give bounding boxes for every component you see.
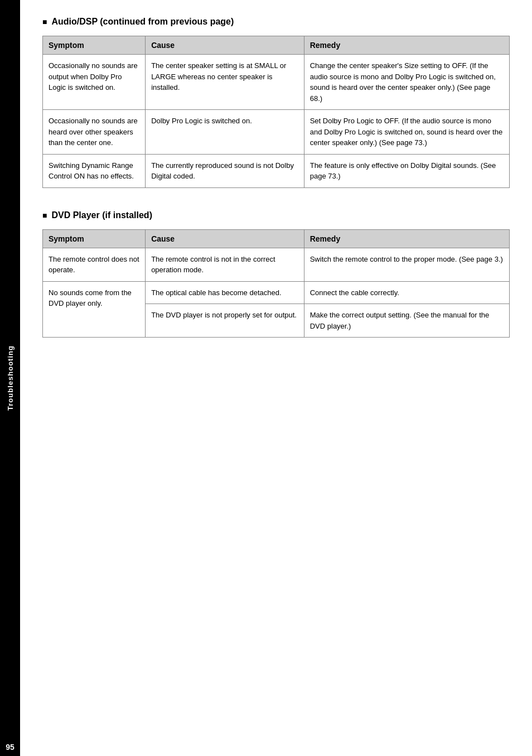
table1-header-remedy: Remedy	[304, 36, 509, 55]
table-row: Occasionally no sounds are heard over ot…	[43, 110, 510, 155]
table2-row0-cause: The remote control is not in the correct…	[146, 248, 304, 281]
table-row: Switching Dynamic Range Control ON has n…	[43, 154, 510, 187]
table1-row0-symptom: Occasionally no sounds are output when D…	[43, 55, 146, 110]
table1-row1-remedy: Set Dolby Pro Logic to OFF. (If the audi…	[304, 110, 509, 155]
table2-row2-cause: The DVD player is not properly set for o…	[146, 304, 304, 338]
section2-title: DVD Player (if installed)	[42, 210, 510, 220]
section-audio-dsp: Audio/DSP (continued from previous page)…	[42, 17, 510, 188]
section-dvd-player: DVD Player (if installed) Symptom Cause …	[42, 210, 510, 338]
page-number: 95	[0, 738, 20, 756]
table-row: The remote control does not operate.The …	[43, 248, 510, 281]
table2-row2-remedy: Make the correct output setting. (See th…	[304, 304, 509, 338]
table2-header-symptom: Symptom	[43, 229, 146, 248]
table1-row2-remedy: The feature is only effective on Dolby D…	[304, 154, 509, 187]
table1-row1-cause: Dolby Pro Logic is switched on.	[146, 110, 304, 155]
table2-row1-symptom: No sounds come from the DVD player only.	[43, 281, 146, 338]
table1-header-row: Symptom Cause Remedy	[43, 36, 510, 55]
table1-row1-symptom: Occasionally no sounds are heard over ot…	[43, 110, 146, 155]
table-row: No sounds come from the DVD player only.…	[43, 281, 510, 304]
table2-header-row: Symptom Cause Remedy	[43, 229, 510, 248]
main-content: Audio/DSP (continued from previous page)…	[20, 0, 532, 756]
table1-row2-cause: The currently reproduced sound is not Do…	[146, 154, 304, 187]
table1-header-symptom: Symptom	[43, 36, 146, 55]
table2-row0-symptom: The remote control does not operate.	[43, 248, 146, 281]
table1-row0-cause: The center speaker setting is at SMALL o…	[146, 55, 304, 110]
table2-header-remedy: Remedy	[304, 229, 509, 248]
table2-row0-remedy: Switch the remote control to the proper …	[304, 248, 509, 281]
audio-dsp-table: Symptom Cause Remedy Occasionally no sou…	[42, 36, 510, 188]
dvd-player-table: Symptom Cause Remedy The remote control …	[42, 229, 510, 338]
sidebar-label: Troubleshooting	[6, 345, 14, 411]
table2-row1-cause: The optical cable has become detached.	[146, 281, 304, 304]
table2-header-cause: Cause	[146, 229, 304, 248]
sidebar: Troubleshooting 95	[0, 0, 20, 756]
table1-header-cause: Cause	[146, 36, 304, 55]
table-row: Occasionally no sounds are output when D…	[43, 55, 510, 110]
table2-row1-remedy: Connect the cable correctly.	[304, 281, 509, 304]
section1-title: Audio/DSP (continued from previous page)	[42, 17, 510, 27]
table1-row2-symptom: Switching Dynamic Range Control ON has n…	[43, 154, 146, 187]
table1-row0-remedy: Change the center speaker's Size setting…	[304, 55, 509, 110]
